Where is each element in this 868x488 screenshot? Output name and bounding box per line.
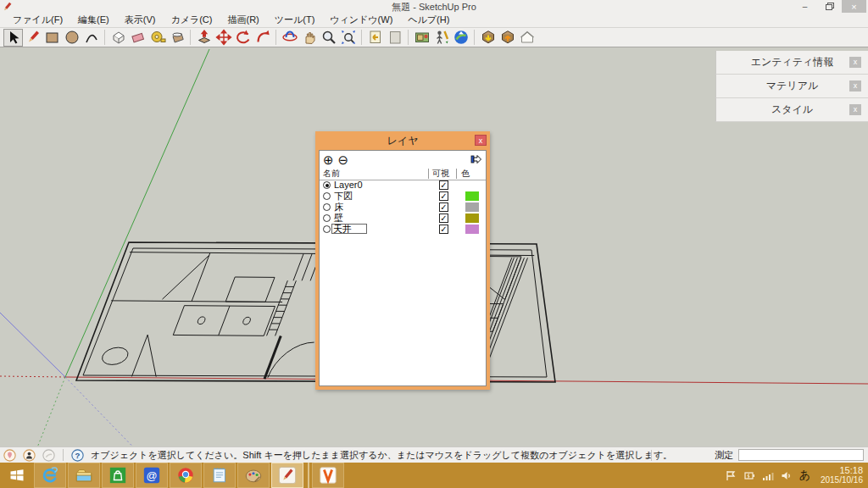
taskbar-app-internet-explorer[interactable] <box>34 463 66 488</box>
place-model-tool-icon[interactable] <box>431 29 451 47</box>
add-layer-button[interactable]: ⊕ <box>323 153 334 166</box>
column-visible[interactable]: 可視 <box>432 168 449 180</box>
tray-panel-close-button[interactable]: x <box>849 57 861 68</box>
rotate-tool-icon[interactable] <box>233 29 253 47</box>
layers-dialog[interactable]: レイヤ x ⊕ ⊖ 名前 可視 色 Layer0✓下図✓床✓壁✓✓ <box>315 131 490 390</box>
layers-dialog-close-button[interactable]: x <box>475 135 487 146</box>
title-bar: 無題 - SketchUp Pro – × <box>0 0 868 13</box>
power-icon[interactable] <box>743 470 755 481</box>
arc-tool-icon[interactable] <box>81 29 101 47</box>
offset-tool-icon[interactable] <box>253 29 272 47</box>
toolbar-separator <box>474 30 475 45</box>
layer-visible-checkbox[interactable]: ✓ <box>439 225 448 234</box>
taskbar-app-file-explorer[interactable] <box>68 463 100 488</box>
zoom-extents-tool-icon[interactable] <box>338 29 358 47</box>
layers-detail-arrow-icon[interactable] <box>470 153 482 165</box>
taskbar-clock[interactable]: 15:18 2015/10/16 <box>821 465 863 485</box>
layer-color-swatch[interactable] <box>465 225 479 234</box>
menu-item-3[interactable]: カメラ(C) <box>163 13 220 27</box>
tray-panel-2[interactable]: スタイルx <box>715 98 868 122</box>
taskbar-app-mail[interactable]: @ <box>136 463 168 488</box>
action-center-flag-icon[interactable] <box>726 470 737 481</box>
menu-item-5[interactable]: ツール(T) <box>267 13 323 27</box>
taskbar-app-vray[interactable] <box>312 463 344 488</box>
move-tool-icon[interactable] <box>214 29 233 47</box>
menu-item-0[interactable]: ファイル(F) <box>5 13 70 27</box>
ime-indicator[interactable]: あ <box>799 468 810 483</box>
restore-button[interactable] <box>817 0 842 13</box>
layer-name-edit-input[interactable] <box>331 224 367 234</box>
measurement-input[interactable] <box>738 449 864 461</box>
layer-row-天井[interactable]: ✓ <box>320 224 486 235</box>
tray-panel-1[interactable]: マテリアルx <box>715 75 868 98</box>
taskbar-app-chrome[interactable] <box>170 463 202 488</box>
layer-current-radio[interactable] <box>323 214 331 222</box>
share-model-tool-icon[interactable] <box>498 29 517 47</box>
claim-credit-icon[interactable] <box>23 449 36 462</box>
make-component-tool-icon[interactable] <box>108 29 128 47</box>
menu-item-6[interactable]: ウィンドウ(W) <box>322 13 400 27</box>
menu-item-1[interactable]: 編集(E) <box>70 13 117 27</box>
minimize-button[interactable]: – <box>793 0 817 13</box>
layer-color-swatch[interactable] <box>465 202 479 212</box>
layer-current-radio[interactable] <box>323 181 331 189</box>
circle-tool-icon[interactable] <box>62 29 81 47</box>
column-color[interactable]: 色 <box>461 168 470 180</box>
line-tool-icon[interactable] <box>23 29 42 47</box>
menu-item-7[interactable]: ヘルプ(H) <box>400 13 457 27</box>
layer-visible-checkbox[interactable]: ✓ <box>439 202 448 212</box>
layer-color-swatch[interactable] <box>465 214 479 223</box>
taskbar-app-paint[interactable] <box>237 463 270 488</box>
orbit-tool-icon[interactable] <box>280 29 299 47</box>
previous-view-tool-icon[interactable] <box>365 29 385 47</box>
layer-name[interactable]: 下図 <box>334 191 353 202</box>
tape-measure-tool-icon[interactable] <box>147 29 167 47</box>
layer-row-床[interactable]: 床✓ <box>320 202 486 213</box>
layer-current-radio[interactable] <box>323 225 331 233</box>
taskbar-app-notepad[interactable] <box>203 463 236 488</box>
menu-item-2[interactable]: 表示(V) <box>117 13 164 27</box>
paint-bucket-tool-icon[interactable] <box>167 29 186 47</box>
get-models-tool-icon[interactable] <box>478 29 498 47</box>
add-location-tool-icon[interactable] <box>412 29 431 47</box>
close-button[interactable]: × <box>842 0 866 13</box>
layer-current-radio[interactable] <box>323 203 331 211</box>
tray-panel-0[interactable]: エンティティ情報x <box>715 51 868 75</box>
extension-warehouse-tool-icon[interactable] <box>517 29 537 47</box>
layer-row-壁[interactable]: 壁✓ <box>320 213 486 224</box>
layer-row-Layer0[interactable]: Layer0✓ <box>320 180 486 191</box>
layers-dialog-title[interactable]: レイヤ <box>315 131 490 150</box>
system-tray: あ 15:18 2015/10/16 <box>722 463 866 488</box>
volume-icon[interactable] <box>781 470 793 481</box>
layer-name[interactable]: Layer0 <box>334 180 363 191</box>
taskbar-app-sketchup[interactable] <box>271 463 303 488</box>
taskbar-app-store[interactable] <box>102 463 134 488</box>
tray-panel-close-button[interactable]: x <box>849 80 861 92</box>
remove-layer-button[interactable]: ⊖ <box>338 153 349 166</box>
column-name[interactable]: 名前 <box>323 168 340 180</box>
pan-tool-icon[interactable] <box>299 29 319 47</box>
layer-row-下図[interactable]: 下図✓ <box>320 191 486 202</box>
layer-name[interactable]: 床 <box>334 202 343 213</box>
select-tool-icon[interactable] <box>3 29 23 47</box>
next-view-tool-icon[interactable] <box>385 29 404 47</box>
tray-panel-close-button[interactable]: x <box>849 104 861 115</box>
layer-current-radio[interactable] <box>323 192 331 200</box>
layer-color-swatch[interactable] <box>465 191 479 201</box>
globe-icon[interactable] <box>42 449 55 462</box>
zoom-tool-icon[interactable] <box>319 29 338 47</box>
start-button[interactable] <box>0 463 34 488</box>
help-icon[interactable]: ? <box>71 449 84 462</box>
geolocation-icon[interactable] <box>3 449 16 462</box>
network-signal-icon[interactable] <box>762 470 774 481</box>
rectangle-tool-icon[interactable] <box>42 29 62 47</box>
push-pull-tool-icon[interactable] <box>194 29 214 47</box>
layer-visible-checkbox[interactable]: ✓ <box>439 214 448 223</box>
menu-item-4[interactable]: 描画(R) <box>220 13 266 27</box>
layer-visible-checkbox[interactable]: ✓ <box>439 180 448 190</box>
google-earth-tool-icon[interactable] <box>451 29 470 47</box>
layer-name[interactable]: 壁 <box>334 213 343 224</box>
clock-date: 2015/10/16 <box>821 475 863 485</box>
layer-visible-checkbox[interactable]: ✓ <box>439 191 448 201</box>
eraser-tool-icon[interactable] <box>128 29 147 47</box>
